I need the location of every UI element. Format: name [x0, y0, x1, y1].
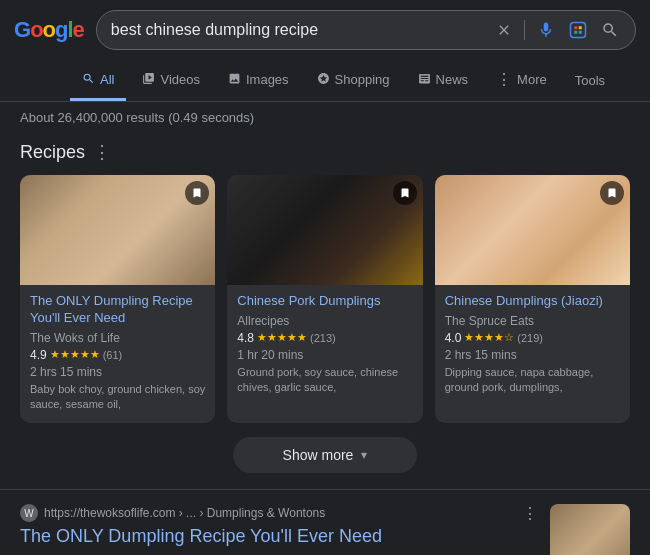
tab-news[interactable]: News	[406, 62, 481, 101]
organic-menu-button[interactable]: ⋮	[522, 504, 538, 523]
organic-thumbnail	[550, 504, 630, 555]
recipe-card-1-image	[20, 175, 215, 285]
search-divider	[524, 20, 525, 40]
tab-all[interactable]: All	[70, 62, 126, 101]
show-more-button[interactable]: Show more ▾	[233, 437, 418, 473]
recipe-card-2-ingredients: Ground pork, soy sauce, chinese chives, …	[237, 365, 412, 396]
results-info: About 26,400,000 results (0.49 seconds)	[0, 102, 650, 133]
search-input[interactable]	[111, 21, 486, 39]
recipe-card-2-title: Chinese Pork Dumplings	[237, 293, 412, 310]
bookmark-icon-2[interactable]	[393, 181, 417, 205]
recipe-card-2-time: 1 hr 20 mins	[237, 348, 412, 362]
organic-url: https://thewoksoflife.com › ... › Dumpli…	[44, 506, 325, 520]
recipe-card-1-source: The Woks of Life	[30, 331, 205, 345]
recipe-card-1-ingredients: Baby bok choy, ground chicken, soy sauce…	[30, 382, 205, 413]
recipe-card-3-image	[435, 175, 630, 285]
recipe-card-3-title: Chinese Dumplings (Jiaozi)	[445, 293, 620, 310]
tab-more[interactable]: ⋮ More	[484, 60, 559, 102]
header: Google	[0, 0, 650, 60]
all-tab-icon	[82, 72, 95, 88]
clear-icon	[496, 22, 512, 38]
bookmark-icon-3[interactable]	[600, 181, 624, 205]
recipe-card-2[interactable]: Chinese Pork Dumplings Allrecipes 4.8 ★★…	[227, 175, 422, 423]
videos-tab-icon	[142, 72, 155, 88]
recipe-card-1-title: The ONLY Dumpling Recipe You'll Ever Nee…	[30, 293, 205, 327]
recipe-card-1-body: The ONLY Dumpling Recipe You'll Ever Nee…	[20, 285, 215, 423]
tab-videos[interactable]: Videos	[130, 62, 212, 101]
images-tab-icon	[228, 72, 241, 88]
nav-tabs: All Videos Images Shopping News ⋮ More T…	[0, 60, 650, 102]
show-more-container: Show more ▾	[40, 437, 610, 473]
organic-url-line: W https://thewoksoflife.com › ... › Dump…	[20, 504, 538, 523]
google-logo: Google	[14, 17, 84, 43]
recipe-card-2-source: Allrecipes	[237, 314, 412, 328]
recipe-card-3-body: Chinese Dumplings (Jiaozi) The Spruce Ea…	[435, 285, 630, 406]
tab-images[interactable]: Images	[216, 62, 301, 101]
recipe-card-3-ingredients: Dipping sauce, napa cabbage, ground pork…	[445, 365, 620, 396]
recipe-card-3-source: The Spruce Eats	[445, 314, 620, 328]
mic-icon	[537, 21, 555, 39]
organic-content-1: W https://thewoksoflife.com › ... › Dump…	[20, 504, 538, 555]
recipe-card-2-rating: 4.8 ★★★★★ (213)	[237, 331, 412, 345]
recipe-card-3[interactable]: Chinese Dumplings (Jiaozi) The Spruce Ea…	[435, 175, 630, 423]
search-submit-icon	[601, 21, 619, 39]
recipe-card-1-time: 2 hrs 15 mins	[30, 365, 205, 379]
mic-button[interactable]	[535, 19, 557, 41]
recipe-cards: The ONLY Dumpling Recipe You'll Ever Nee…	[20, 175, 630, 423]
clear-button[interactable]	[494, 20, 514, 40]
more-tab-icon: ⋮	[496, 70, 512, 89]
recipes-title: Recipes	[20, 142, 85, 163]
lens-icon	[569, 21, 587, 39]
chevron-down-icon: ▾	[361, 448, 367, 462]
bookmark-icon-1[interactable]	[185, 181, 209, 205]
svg-rect-0	[571, 23, 586, 38]
site-favicon: W	[20, 504, 38, 522]
recipes-options-button[interactable]: ⋮	[93, 141, 111, 163]
search-submit-button[interactable]	[599, 19, 621, 41]
recipe-card-3-rating: 4.0 ★★★★☆ (219)	[445, 331, 620, 345]
recipe-card-1[interactable]: The ONLY Dumpling Recipe You'll Ever Nee…	[20, 175, 215, 423]
organic-result-title[interactable]: The ONLY Dumpling Recipe You'll Ever Nee…	[20, 525, 538, 548]
search-bar	[96, 10, 636, 50]
recipe-card-3-time: 2 hrs 15 mins	[445, 348, 620, 362]
shopping-tab-icon	[317, 72, 330, 88]
tab-shopping[interactable]: Shopping	[305, 62, 402, 101]
recipe-card-1-rating: 4.9 ★★★★★ (61)	[30, 348, 205, 362]
recipes-header: Recipes ⋮	[20, 141, 630, 163]
recipe-card-2-body: Chinese Pork Dumplings Allrecipes 4.8 ★★…	[227, 285, 422, 406]
organic-result-1: W https://thewoksoflife.com › ... › Dump…	[0, 489, 650, 555]
recipe-card-2-image	[227, 175, 422, 285]
recipes-section: Recipes ⋮ The ONLY Dumpling Recipe You'l…	[0, 133, 650, 489]
tools-button[interactable]: Tools	[563, 63, 617, 98]
lens-button[interactable]	[567, 19, 589, 41]
search-icons	[494, 19, 621, 41]
news-tab-icon	[418, 72, 431, 88]
